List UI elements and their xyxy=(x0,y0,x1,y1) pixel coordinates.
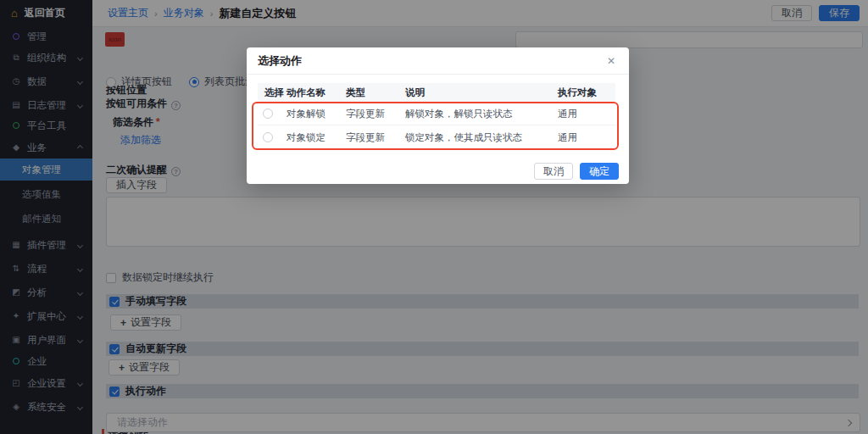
close-icon[interactable]: ✕ xyxy=(607,56,615,66)
column-header-action-name: 动作名称 xyxy=(287,86,326,99)
cell-target: 通用 xyxy=(558,131,577,144)
modal-header: 选择动作 ✕ xyxy=(247,47,629,75)
cell-type: 字段更新 xyxy=(346,107,385,120)
column-header-type: 类型 xyxy=(346,86,365,99)
column-header-select: 选择 xyxy=(264,86,284,99)
app-window: ⌂ 返回首页 管理 组织结构 数据 日志管理 平台工具 业务 xyxy=(0,0,868,434)
cell-description: 锁定对象，使其成只读状态 xyxy=(405,131,522,144)
row-radio[interactable] xyxy=(263,132,273,142)
modal-title: 选择动作 xyxy=(258,53,302,69)
table-header-row: 选择 动作名称 类型 说明 执行对象 xyxy=(258,83,615,102)
cell-description: 解锁对象，解锁只读状态 xyxy=(405,107,513,120)
action-table: 选择 动作名称 类型 说明 执行对象 对象解锁 字段更新 解锁对象，解锁只读状态… xyxy=(258,83,615,149)
column-header-target: 执行对象 xyxy=(558,86,597,99)
table-row[interactable]: 对象锁定 字段更新 锁定对象，使其成只读状态 通用 xyxy=(258,125,615,149)
modal-cancel-button[interactable]: 取消 xyxy=(534,163,573,180)
row-radio[interactable] xyxy=(263,108,273,119)
modal-footer: 取消 确定 xyxy=(534,163,619,180)
select-action-modal: 选择动作 ✕ 选择 动作名称 类型 说明 执行对象 对象解锁 字段更新 解锁对象… xyxy=(247,47,629,184)
cell-action-name: 对象解锁 xyxy=(287,107,326,120)
cell-type: 字段更新 xyxy=(346,131,385,144)
cell-target: 通用 xyxy=(558,107,577,120)
cell-action-name: 对象锁定 xyxy=(287,131,326,144)
modal-ok-button[interactable]: 确定 xyxy=(580,163,619,180)
column-header-description: 说明 xyxy=(405,86,425,99)
table-row[interactable]: 对象解锁 字段更新 解锁对象，解锁只读状态 通用 xyxy=(258,102,615,125)
